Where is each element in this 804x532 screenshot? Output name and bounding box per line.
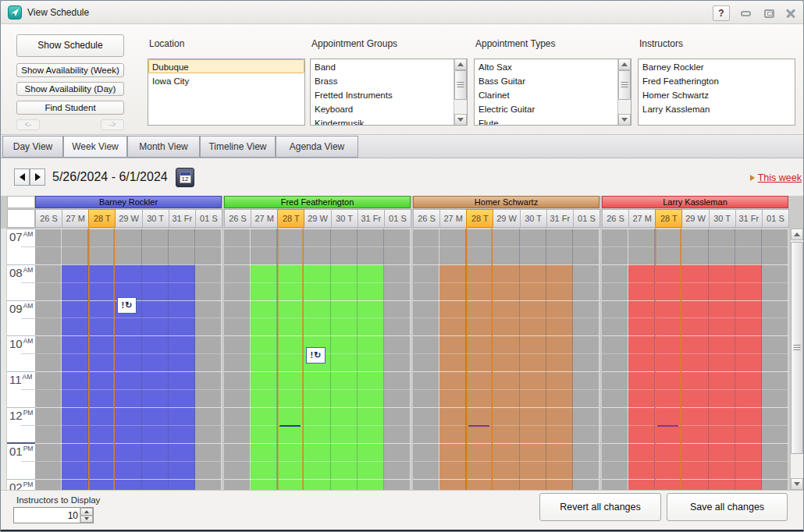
schedule-column[interactable] (655, 229, 681, 490)
schedule-column[interactable] (628, 229, 655, 490)
schedule-column[interactable] (413, 229, 439, 490)
day-header-cell[interactable]: 29 W (115, 209, 142, 228)
day-header-cell[interactable]: 28 T (277, 209, 304, 228)
schedule-column[interactable] (169, 229, 195, 490)
tab-agenda-view[interactable]: Agenda View (276, 136, 358, 158)
day-header-cell[interactable]: 30 T (520, 209, 547, 228)
page-prev-button[interactable]: <- (16, 119, 40, 130)
schedule-column[interactable] (35, 229, 62, 490)
day-header-cell[interactable]: 26 S (602, 209, 629, 228)
spinner-up-button[interactable] (80, 508, 93, 516)
day-header-cell[interactable]: 28 T (655, 209, 682, 228)
day-header-cell[interactable]: 27 M (439, 209, 467, 228)
schedule-column[interactable] (709, 229, 735, 490)
tab-month-view[interactable]: Month View (127, 136, 200, 158)
instructors-item[interactable]: Homer Schwartz (639, 87, 795, 101)
schedule-column[interactable] (573, 229, 599, 490)
types-item[interactable]: Flute (475, 115, 631, 126)
appointment-types-listbox[interactable]: Alto SaxBass GuitarClarinetElectric Guit… (474, 59, 631, 126)
scroll-down-button[interactable] (454, 114, 467, 126)
show-availability-day-button[interactable]: Show Availability (Day) (16, 82, 124, 96)
schedule-column[interactable] (358, 229, 384, 490)
location-listbox[interactable]: DubuqueIowa City (148, 59, 305, 126)
recurrence-alert-badge[interactable]: !↻ (117, 297, 137, 314)
scroll-up-button[interactable] (791, 229, 803, 240)
show-schedule-button[interactable]: Show Schedule (16, 34, 124, 57)
scroll-thumb[interactable] (618, 70, 631, 100)
tab-timeline-view[interactable]: Timeline View (200, 136, 276, 158)
schedule-column[interactable] (762, 229, 788, 490)
day-header-cell[interactable]: 31 Fr (169, 209, 196, 228)
day-header-cell[interactable]: 30 T (709, 209, 736, 228)
schedule-column[interactable] (520, 229, 546, 490)
schedule-column[interactable] (439, 229, 466, 490)
types-item[interactable]: Electric Guitar (475, 101, 631, 115)
instructors-item[interactable]: Barney Rockler (639, 59, 795, 73)
show-availability-week-button[interactable]: Show Availability (Week) (16, 63, 124, 77)
types-item[interactable]: Bass Guitar (475, 73, 631, 87)
close-button[interactable] (783, 5, 799, 21)
day-header-cell[interactable]: 26 S (35, 209, 62, 228)
day-header-cell[interactable]: 29 W (681, 209, 709, 228)
spinner-down-button[interactable] (80, 516, 93, 523)
groups-item[interactable]: Kindermusik (311, 115, 467, 126)
schedule-column[interactable] (251, 229, 277, 490)
instructors-item[interactable]: Larry Kassleman (639, 101, 795, 115)
day-header-cell[interactable]: 01 S (384, 209, 411, 228)
vertical-scrollbar[interactable] (454, 59, 467, 126)
day-header-cell[interactable]: 31 Fr (546, 209, 574, 228)
schedule-column[interactable] (602, 229, 628, 490)
location-item[interactable]: Iowa City (148, 73, 304, 87)
schedule-column[interactable] (195, 229, 222, 490)
schedule-column[interactable] (277, 229, 304, 490)
day-header-cell[interactable]: 31 Fr (735, 209, 763, 228)
day-header-cell[interactable]: 26 S (413, 209, 440, 228)
minimize-button[interactable] (738, 5, 753, 21)
groups-item[interactable]: Brass (311, 73, 467, 87)
scroll-thumb[interactable] (454, 70, 467, 100)
day-header-cell[interactable]: 28 T (88, 209, 116, 228)
tab-day-view[interactable]: Day View (2, 136, 63, 158)
scroll-up-button[interactable] (454, 59, 467, 70)
this-week-link[interactable]: This week (758, 172, 802, 183)
schedule-column[interactable] (142, 229, 169, 490)
scroll-down-button[interactable] (618, 114, 631, 126)
instructors-to-display-input[interactable] (16, 509, 78, 522)
save-all-changes-button[interactable]: Save all changes (667, 493, 788, 521)
day-header-cell[interactable]: 29 W (493, 209, 520, 228)
schedule-column[interactable] (88, 229, 115, 490)
revert-all-changes-button[interactable]: Revert all changes (539, 493, 661, 521)
types-item[interactable]: Alto Sax (475, 59, 631, 73)
day-header-cell[interactable]: 28 T (466, 209, 493, 228)
schedule-column[interactable] (62, 229, 88, 490)
vertical-scrollbar[interactable] (790, 229, 803, 490)
schedule-column[interactable] (681, 229, 708, 490)
find-student-button[interactable]: Find Student (16, 101, 124, 115)
day-header-cell[interactable]: 01 S (762, 209, 789, 228)
instructors-listbox[interactable]: Barney RocklerFred FeatheringtonHomer Sc… (638, 59, 795, 126)
maximize-button[interactable] (761, 5, 777, 21)
schedule-column[interactable] (224, 229, 251, 490)
day-header-cell[interactable]: 30 T (142, 209, 169, 228)
next-week-button[interactable] (30, 168, 45, 186)
schedule-column[interactable] (735, 229, 762, 490)
previous-week-button[interactable] (14, 168, 30, 186)
day-header-cell[interactable]: 27 M (628, 209, 656, 228)
tab-week-view[interactable]: Week View (63, 136, 127, 158)
recurrence-alert-badge[interactable]: !↻ (306, 347, 326, 364)
schedule-column[interactable] (384, 229, 411, 490)
groups-item[interactable]: Keyboard (311, 101, 467, 115)
groups-item[interactable]: Band (311, 59, 467, 73)
page-next-button[interactable]: -> (101, 119, 124, 130)
appointment-groups-listbox[interactable]: BandBrassFretted InstrumentsKeyboardKind… (310, 59, 468, 126)
scroll-up-button[interactable] (618, 59, 631, 70)
calendar-picker-button[interactable]: 12 (176, 168, 194, 187)
scroll-down-button[interactable] (791, 478, 803, 490)
instructors-item[interactable]: Fred Featherington (639, 73, 795, 87)
vertical-scrollbar[interactable] (617, 59, 631, 126)
schedule-column[interactable] (546, 229, 573, 490)
day-header-cell[interactable]: 29 W (304, 209, 331, 228)
day-header-cell[interactable]: 27 M (251, 209, 278, 228)
schedule-column[interactable] (115, 229, 141, 490)
scroll-thumb[interactable] (791, 242, 803, 454)
